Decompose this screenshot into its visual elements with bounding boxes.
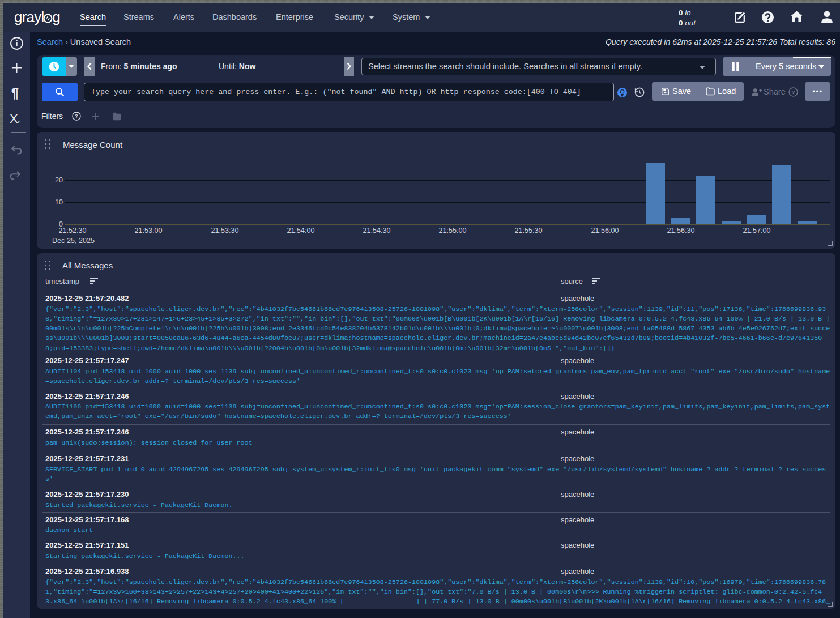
svg-text:?: ?: [75, 113, 78, 119]
svg-text:?: ?: [791, 89, 795, 95]
